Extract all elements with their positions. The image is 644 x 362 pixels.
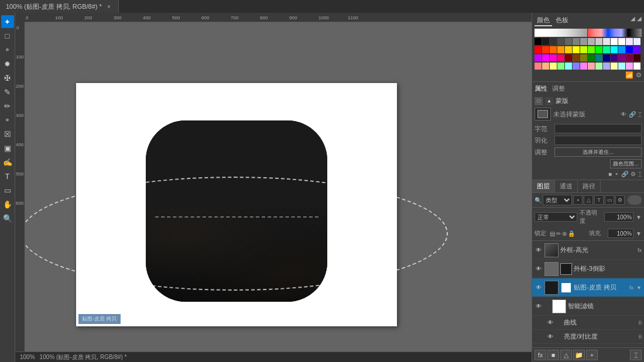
document-tab[interactable]: 100% (贴图-皮质 拷贝, RGB/8#) * × (0, 0, 119, 13)
swatch[interactable] (618, 46, 625, 53)
delete-btn[interactable]: ⌶ (638, 111, 642, 118)
swatch[interactable] (565, 54, 572, 61)
canvas-scroll[interactable]: 贴图-皮质 拷贝 (25, 22, 532, 351)
swatch[interactable] (580, 38, 587, 45)
color-tab-color[interactable]: 颜色 (535, 15, 552, 26)
swatch[interactable] (588, 54, 595, 61)
swatch[interactable] (557, 38, 564, 45)
swatch[interactable] (535, 38, 542, 45)
swatch[interactable] (588, 63, 595, 70)
prop-icon-1[interactable]: ■ (608, 171, 612, 177)
swatch[interactable] (573, 38, 580, 45)
new-layer-button[interactable]: + (586, 350, 598, 360)
swatch[interactable] (565, 38, 572, 45)
lock-transparent[interactable]: ▤ (550, 230, 555, 237)
link-btn[interactable]: 🔗 (629, 111, 636, 118)
color-range-button[interactable]: 颜色范围... (610, 159, 642, 168)
opacity-dropdown-icon[interactable]: ▼ (636, 214, 642, 220)
swatch[interactable] (618, 63, 625, 70)
swatch[interactable] (633, 63, 640, 70)
move-tool[interactable]: ✦ (1, 15, 14, 28)
filter-toggle[interactable] (628, 195, 642, 205)
layer-item-waijia-gaoguang[interactable]: 👁 外框-高光 fx (532, 241, 644, 260)
add-adjustment-button[interactable]: △ (560, 350, 572, 360)
layer-item-tietu-copy[interactable]: 👁 贴图-皮质 拷贝 fx ▼ (532, 278, 644, 297)
eye-icon[interactable]: 👁 (546, 319, 554, 327)
paths-tab[interactable]: 路径 (578, 180, 601, 192)
prop-input-2[interactable] (554, 136, 642, 145)
color-panel-icon2[interactable]: ⚙ (636, 71, 642, 79)
swatch[interactable] (595, 46, 602, 53)
swatch[interactable] (626, 38, 633, 45)
delete-layer-button[interactable]: ⌶ (630, 350, 642, 360)
eye-icon[interactable]: 👁 (535, 265, 543, 273)
layers-tab[interactable]: 图层 (532, 180, 555, 192)
filter-icon-adj[interactable]: △ (584, 195, 593, 205)
add-fx-button[interactable]: fx (535, 350, 546, 360)
magic-wand-tool[interactable]: ✸ (1, 57, 14, 70)
eyedropper-tool[interactable]: ✎ (1, 85, 14, 98)
props-tab-adjustments[interactable]: 调整 (552, 84, 565, 93)
prop-icon-2[interactable]: ⚬ (614, 171, 619, 177)
swatch[interactable] (550, 38, 557, 45)
gradient-swatch-gray[interactable] (535, 29, 587, 37)
zoom-tool[interactable]: 🔍 (1, 212, 14, 225)
swatch[interactable] (595, 63, 602, 70)
color-panel-icon1[interactable]: 📶 (625, 71, 633, 79)
swatch[interactable] (633, 38, 640, 45)
swatch[interactable] (542, 46, 549, 53)
add-mask-button[interactable]: ■ (547, 350, 559, 360)
swatch[interactable] (588, 46, 595, 53)
eye-icon[interactable]: 👁 (535, 284, 543, 292)
lasso-tool[interactable]: ⚬ (1, 43, 14, 56)
prop-input-1[interactable] (554, 124, 642, 133)
select-tool[interactable]: □ (1, 29, 14, 42)
fill-dropdown-icon[interactable]: ▼ (636, 230, 642, 237)
gradient-tool[interactable]: ▣ (1, 142, 14, 154)
prop-icon-5[interactable]: ⌶ (638, 171, 642, 177)
swatch[interactable] (550, 63, 557, 70)
text-tool[interactable]: T (1, 170, 14, 182)
swatch[interactable] (633, 46, 640, 53)
swatch[interactable] (573, 54, 580, 61)
eye-icon[interactable]: 👁 (546, 333, 554, 341)
swatch[interactable] (626, 46, 633, 53)
swatch[interactable] (611, 38, 618, 45)
prop-icon-3[interactable]: 🔗 (621, 171, 628, 177)
filter-icon-px[interactable]: ▪ (573, 195, 583, 205)
swatch[interactable] (535, 46, 542, 53)
swatch[interactable] (550, 46, 557, 53)
gradient-swatch-color[interactable] (588, 29, 642, 37)
layer-item-brightness[interactable]: 👁 亮度/对比度 ⎘ (532, 330, 644, 344)
swatch[interactable] (557, 63, 564, 70)
clone-tool[interactable]: ⚬ (1, 113, 14, 126)
lock-position[interactable]: ⊕ (562, 230, 567, 237)
swatch[interactable] (580, 63, 587, 70)
eye-icon[interactable]: 👁 (535, 302, 543, 311)
swatch[interactable] (611, 54, 618, 61)
brush-tool[interactable]: ✏ (1, 99, 14, 112)
swatch[interactable] (542, 63, 549, 70)
layer-item-waijia-shadow[interactable]: 👁 外框-3倒影 (532, 260, 644, 278)
swatch[interactable] (573, 46, 580, 53)
swatch[interactable] (618, 54, 625, 61)
lock-all[interactable]: 🔒 (568, 230, 575, 237)
swatch[interactable] (580, 46, 587, 53)
new-group-button[interactable]: 📁 (573, 350, 585, 360)
swatch[interactable] (603, 63, 610, 70)
swatch[interactable] (603, 38, 610, 45)
filter-icon-smart[interactable]: ⚙ (615, 195, 625, 205)
swatch[interactable] (595, 54, 602, 61)
swatch[interactable] (565, 63, 572, 70)
filter-select[interactable]: 类型 (543, 195, 572, 205)
swatch[interactable] (611, 46, 618, 53)
pen-tool[interactable]: ✍ (1, 156, 14, 168)
props-tab-properties[interactable]: 属性 (535, 84, 547, 93)
swatch[interactable] (542, 38, 549, 45)
select-mask-button[interactable]: 选择并遮住... (554, 147, 642, 157)
tab-close-button[interactable]: × (105, 3, 112, 10)
layer-item-curve1[interactable]: 👁 曲线 ⎘ (532, 316, 644, 330)
swatch[interactable] (535, 63, 542, 70)
swatch[interactable] (603, 46, 610, 53)
color-tab-swatch[interactable]: 色板 (553, 15, 571, 26)
